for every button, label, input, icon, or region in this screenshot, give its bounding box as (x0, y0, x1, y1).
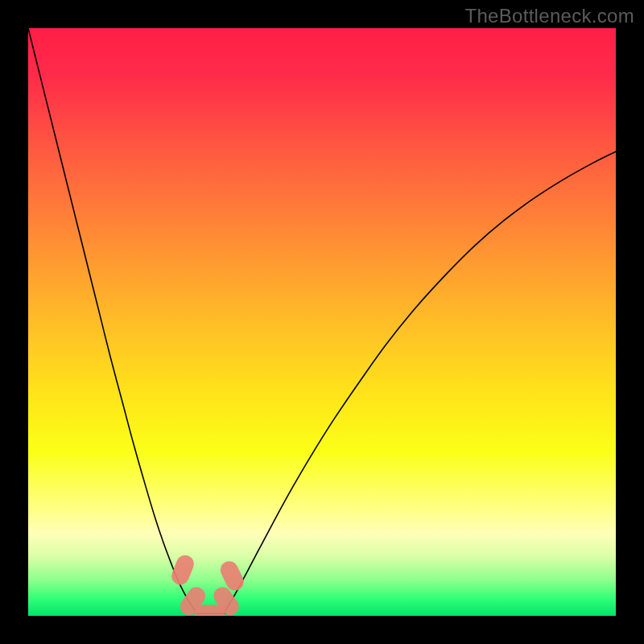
svg-rect-4 (195, 605, 225, 616)
chart-svg (28, 28, 616, 616)
gradient-background (28, 28, 616, 616)
plot-area (28, 28, 616, 616)
watermark-text: TheBottleneck.com (464, 5, 634, 27)
chart-frame: TheBottleneck.com (0, 0, 644, 644)
marker-4 (195, 605, 225, 616)
